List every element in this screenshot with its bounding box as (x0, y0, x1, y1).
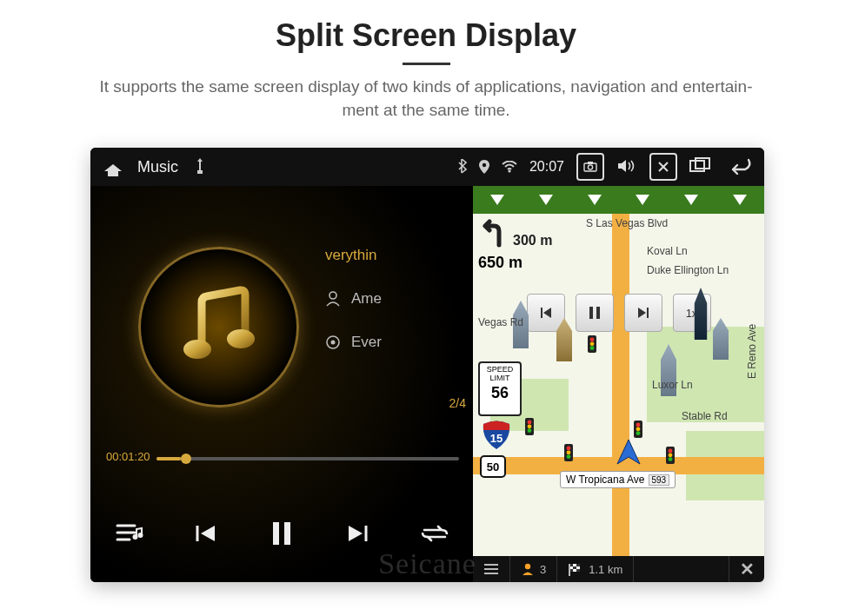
home-icon[interactable] (104, 159, 122, 175)
next-track-button[interactable] (338, 513, 378, 553)
traffic-light-icon (634, 421, 642, 438)
recent-apps-button[interactable] (689, 157, 712, 177)
track-list: verythin Ame Ever (325, 234, 473, 364)
page-title: Split Screen Display (0, 17, 852, 54)
road-label: Koval Ln (647, 245, 688, 257)
close-app-button[interactable] (649, 153, 677, 181)
lane-arrow-icon (490, 195, 504, 205)
progress-bar[interactable]: 00:01:20 (106, 447, 463, 473)
navigation-panel: 300 m 650 m 1x SPEED LIMIT 56 (473, 186, 764, 582)
svg-rect-14 (273, 522, 279, 545)
road-label: Vegas Rd (478, 316, 523, 328)
svg-rect-5 (690, 161, 704, 171)
lane-arrow-icon (539, 195, 553, 205)
flag-icon (568, 562, 583, 576)
playlist-button[interactable] (109, 513, 149, 553)
route-shield-icon: 50 (480, 455, 506, 478)
svg-point-3 (588, 165, 592, 169)
svg-rect-15 (284, 522, 290, 545)
map-canvas[interactable]: 300 m 650 m 1x SPEED LIMIT 56 (473, 214, 764, 556)
sim-pause-button[interactable] (576, 294, 614, 332)
traffic-light-icon (588, 335, 596, 353)
lane-guidance (473, 186, 764, 214)
repeat-button[interactable] (415, 513, 455, 553)
bluetooth-icon (456, 159, 467, 175)
svg-point-21 (525, 564, 530, 569)
track-label: Ame (351, 290, 382, 308)
prev-track-button[interactable] (185, 513, 225, 553)
svg-point-1 (508, 169, 510, 172)
distance-value: 1.1 km (589, 563, 622, 576)
wifi-icon (502, 161, 517, 173)
person-icon (325, 291, 343, 307)
traffic-light-icon (666, 447, 675, 464)
screenshot-button[interactable] (576, 153, 604, 181)
lane-arrow-icon (636, 195, 649, 205)
svg-rect-4 (588, 162, 593, 164)
back-button[interactable] (724, 156, 752, 178)
nav-close-button[interactable]: ✕ (729, 556, 764, 582)
svg-point-7 (183, 340, 211, 359)
album-art[interactable] (138, 247, 299, 407)
road-label: E Reno Ave (746, 324, 758, 379)
track-row[interactable]: Ever (325, 321, 473, 364)
svg-text:50: 50 (487, 460, 499, 474)
road-badge: 593 (649, 474, 670, 486)
svg-point-8 (227, 329, 255, 348)
lane-arrow-icon (588, 195, 602, 205)
road-label: Stable Rd (682, 410, 728, 422)
road-name: W Tropicana Ave (566, 474, 645, 486)
route-distance[interactable]: 1.1 km (557, 556, 634, 582)
sim-controls: 1x (527, 294, 711, 332)
location-icon (479, 160, 489, 174)
track-row[interactable]: Ame (325, 277, 473, 321)
traffic-light-icon (525, 418, 534, 435)
status-bar: Music 20:07 (90, 148, 764, 186)
svg-rect-25 (573, 566, 576, 569)
road-label: Duke Ellington Ln (647, 264, 729, 276)
speed-limit-sign: SPEED LIMIT 56 (478, 361, 522, 416)
usb-icon (194, 158, 206, 176)
turn-distance: 300 m (513, 233, 552, 248)
svg-point-12 (133, 534, 138, 540)
status-app-label: Music (137, 158, 178, 176)
lane-arrow-icon (684, 195, 698, 205)
track-label: Ever (351, 334, 382, 351)
disc-icon (325, 334, 343, 350)
lane-arrow-icon (733, 195, 747, 205)
svg-rect-16 (589, 307, 593, 319)
interstate-shield-icon: 15 (482, 421, 511, 450)
svg-rect-6 (696, 158, 709, 169)
title-underline (403, 63, 450, 65)
svg-text:15: 15 (490, 432, 503, 445)
passengers-button[interactable]: 3 (510, 556, 557, 582)
svg-rect-27 (576, 569, 580, 572)
menu-button[interactable] (473, 556, 510, 582)
pause-button[interactable] (262, 513, 302, 553)
vehicle-cursor-icon (614, 438, 643, 467)
svg-point-11 (331, 341, 336, 345)
traffic-light-icon (564, 444, 573, 461)
svg-point-13 (138, 533, 143, 538)
nav-footer: 3 1.1 km ✕ (473, 556, 764, 582)
page-subtitle: It supports the same screen display of t… (0, 76, 852, 122)
passenger-count: 3 (540, 563, 546, 576)
svg-point-9 (329, 292, 336, 299)
svg-rect-24 (576, 564, 580, 566)
next-turn: 300 m (478, 219, 552, 248)
sim-prev-button[interactable] (527, 294, 565, 332)
track-label: verythin (325, 247, 377, 264)
volume-button[interactable] (616, 157, 637, 177)
road-label: Luxor Ln (652, 379, 693, 391)
turn-left-icon (478, 219, 508, 248)
building-icon (708, 318, 734, 360)
current-road-label: W Tropicana Ave 593 (560, 471, 676, 488)
elapsed-time: 00:01:20 (106, 450, 150, 463)
svg-point-0 (483, 163, 486, 167)
subtitle-line1: It supports the same screen display of t… (100, 77, 753, 96)
svg-rect-17 (596, 307, 600, 319)
speed-caption: SPEED LIMIT (487, 365, 514, 382)
sim-next-button[interactable] (624, 294, 662, 332)
second-turn-distance: 650 m (478, 254, 523, 272)
track-row[interactable]: verythin (325, 234, 473, 277)
